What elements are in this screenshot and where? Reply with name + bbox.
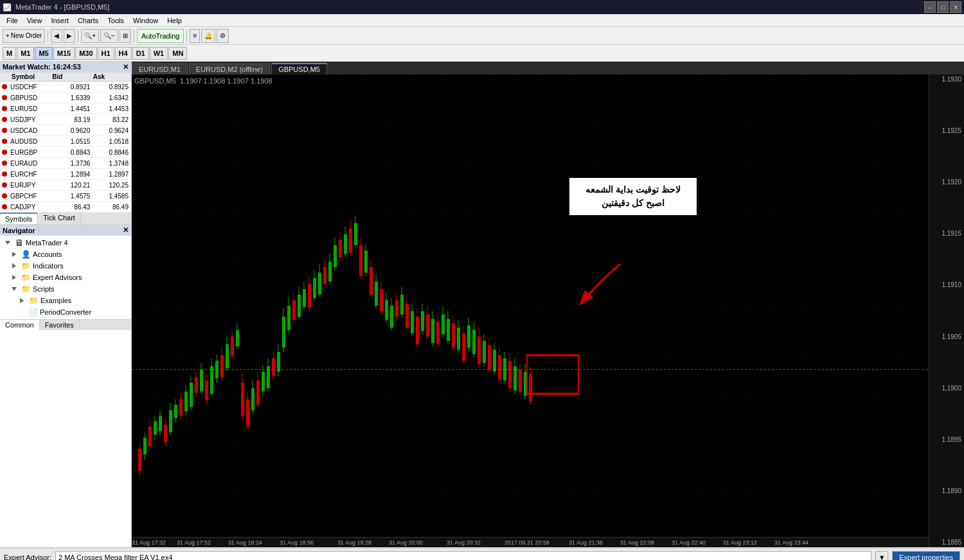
tf-w1-button[interactable]: W1 [150, 47, 168, 60]
x-label-5: 31 Aug 19:28 [337, 539, 371, 546]
minimize-button[interactable]: – [924, 1, 936, 13]
back-button[interactable]: ◀ [51, 29, 62, 43]
menu-tools[interactable]: Tools [103, 16, 128, 25]
market-watch-close-icon[interactable]: ✕ [123, 63, 129, 71]
tab-tick-chart[interactable]: Tick Chart [38, 213, 81, 224]
market-watch-row[interactable]: CADJPY 86.43 86.49 [0, 202, 131, 213]
tf-d1-button[interactable]: D1 [132, 47, 149, 60]
nav-item-examples[interactable]: 📁 Examples [0, 295, 131, 306]
market-watch-row[interactable]: GBPUSD 1.6339 1.6342 [0, 92, 131, 103]
forward-button[interactable]: ▶ [64, 29, 75, 43]
mw-dot [2, 117, 7, 122]
market-watch-row[interactable]: EURCHF 1.2894 1.2897 [0, 169, 131, 180]
nav-tab-favorites[interactable]: Favorites [40, 320, 80, 330]
tf-h1-button[interactable]: H1 [98, 47, 114, 60]
mw-ask: 83.22 [93, 116, 131, 123]
nav-item-period-converter[interactable]: 📄 PeriodConverter [0, 306, 131, 318]
toolbar1: + New Order ◀ ▶ 🔍+ 🔍− ⊞ AutoTrading ≡ 🔔 … [0, 27, 964, 45]
market-watch-row[interactable]: AUDUSD 1.0515 1.0518 [0, 136, 131, 147]
nav-item-root[interactable]: 🖥 MetaTrader 4 [0, 237, 131, 249]
objects-button[interactable]: ≡ [190, 29, 200, 43]
mw-dot [2, 84, 7, 89]
menu-charts[interactable]: Charts [74, 16, 102, 25]
nav-accounts-expand-icon [9, 249, 19, 259]
market-watch-header: Market Watch: 16:24:53 ✕ [0, 62, 131, 73]
tab-symbols[interactable]: Symbols [0, 213, 38, 224]
ea-row: Expert Advisor: ▼ Expert properties [0, 548, 964, 560]
nav-item-expert-advisors[interactable]: 📁 Expert Advisors [0, 272, 131, 283]
menu-file[interactable]: File [3, 16, 22, 25]
ea-dropdown-button[interactable]: ▼ [875, 551, 888, 560]
zoom-out-button[interactable]: 🔍− [100, 29, 118, 43]
navigator-close-icon[interactable]: ✕ [123, 226, 129, 234]
maximize-button[interactable]: □ [937, 1, 949, 13]
ea-input[interactable] [55, 551, 871, 560]
market-watch-row[interactable]: EURAUD 1.3736 1.3748 [0, 158, 131, 169]
mw-symbol: EURAUD [9, 160, 55, 167]
nav-tree: 🖥 MetaTrader 4 👤 Accounts 📁 Indicators 📁 [0, 236, 131, 319]
menu-insert[interactable]: Insert [47, 16, 73, 25]
market-watch-row[interactable]: USDJPY 83.19 83.22 [0, 114, 131, 125]
chart-canvas[interactable]: GBPUSD,M5 1.1907 1.1908 1.1907 1.1908 [132, 74, 964, 547]
tf-m15-button[interactable]: M15 [53, 47, 75, 60]
menu-view[interactable]: View [23, 16, 46, 25]
mw-dot [2, 95, 7, 100]
close-button[interactable]: ✕ [950, 1, 961, 13]
zoom-in-button[interactable]: 🔍+ [81, 29, 99, 43]
y-label-5: 1.1910 [929, 281, 964, 288]
tf-m-button[interactable]: M [3, 47, 16, 60]
mw-bid: 1.3736 [55, 160, 93, 167]
tf-m5-button[interactable]: M5 [35, 47, 52, 60]
market-watch-row[interactable]: EURGBP 0.8843 0.8846 [0, 147, 131, 158]
mw-dot [2, 182, 7, 188]
market-watch-row[interactable]: EURUSD 1.4451 1.4453 [0, 103, 131, 114]
nav-item-accounts[interactable]: 👤 Accounts [0, 249, 131, 260]
mw-symbol: EURUSD [9, 105, 55, 112]
nav-accounts-folder-icon: 👤 [21, 250, 31, 259]
mw-symbol: USDCHF [9, 83, 55, 91]
mw-ask: 1.4453 [93, 105, 131, 112]
svg-rect-1 [132, 74, 929, 537]
alerts-button[interactable]: 🔔 [201, 29, 215, 43]
menu-help[interactable]: Help [163, 16, 186, 25]
tf-h4-button[interactable]: H4 [115, 47, 132, 60]
chart-tab-eurusd-m2[interactable]: EURUSD,M2 (offline) [189, 64, 270, 74]
nav-tab-common[interactable]: Common [0, 320, 40, 330]
x-label-11: 31 Aug 22:40 [672, 539, 706, 546]
nav-scripts-expand-icon [9, 284, 19, 294]
mw-ask: 1.0518 [93, 138, 131, 145]
nav-item-indicators[interactable]: 📁 Indicators [0, 260, 131, 272]
chart-tab-eurusd-m1[interactable]: EURUSD,M1 [132, 64, 188, 74]
mw-symbol: USDCAD [9, 127, 55, 134]
separator2 [78, 30, 78, 42]
separator1 [48, 30, 48, 42]
y-label-7: 1.1900 [929, 385, 964, 392]
market-watch-row[interactable]: USDCHF 0.8921 0.8925 [0, 82, 131, 92]
chart-y-axis: 1.1930 1.1925 1.1920 1.1915 1.1910 1.190… [929, 74, 964, 547]
nav-item-scripts[interactable]: 📁 Scripts [0, 283, 131, 295]
market-watch-row[interactable]: EURJPY 120.21 120.25 [0, 180, 131, 191]
autotrading-button[interactable]: AutoTrading [137, 29, 184, 43]
mw-ask: 1.2897 [93, 171, 131, 178]
chart-tabs: EURUSD,M1 EURUSD,M2 (offline) GBPUSD,M5 [132, 62, 964, 74]
tf-m30-button[interactable]: M30 [75, 47, 96, 60]
tf-m1-button[interactable]: M1 [17, 47, 34, 60]
mw-symbol: AUDUSD [9, 138, 55, 145]
market-watch-row[interactable]: USDCAD 0.9620 0.9624 [0, 125, 131, 136]
nav-folder-icon: 🖥 [15, 238, 24, 248]
nav-scripts-folder-icon: 📁 [21, 284, 31, 293]
mw-bid: 1.4451 [55, 105, 93, 112]
y-label-2: 1.1925 [929, 127, 964, 134]
chart-tab-gbpusd-m5[interactable]: GBPUSD,M5 [271, 63, 327, 74]
tf-mn-button[interactable]: MN [168, 47, 187, 60]
chart-type-button[interactable]: ⊞ [120, 29, 131, 43]
y-label-4: 1.1915 [929, 230, 964, 237]
new-order-button[interactable]: + New Order [3, 29, 45, 43]
settings-button[interactable]: ⚙ [217, 29, 229, 43]
menu-window[interactable]: Window [129, 16, 162, 25]
expert-properties-button[interactable]: Expert properties [892, 551, 960, 560]
mw-dot [2, 128, 7, 133]
mw-bid: 1.6339 [55, 94, 93, 101]
market-watch-row[interactable]: GBPCHF 1.4575 1.4585 [0, 191, 131, 202]
x-label-1: 31 Aug 17:32 [132, 539, 166, 546]
